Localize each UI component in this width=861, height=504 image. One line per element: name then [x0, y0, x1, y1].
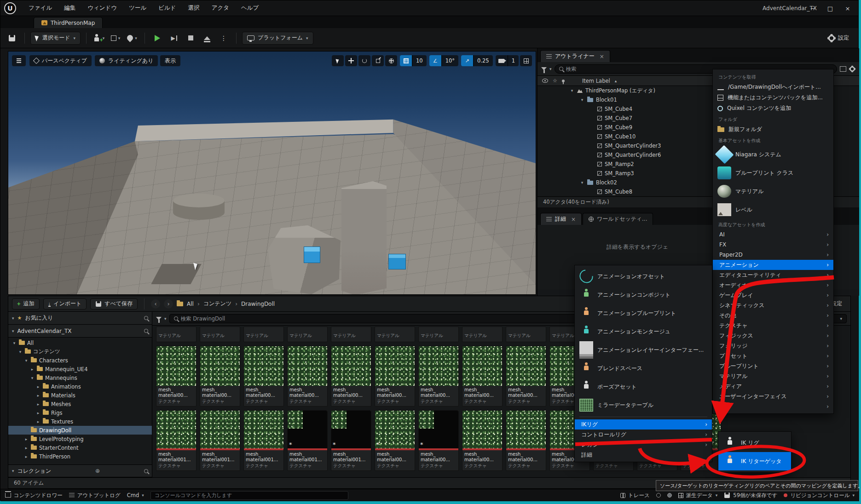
expand-arrow-icon[interactable]: ▸: [36, 393, 40, 398]
output-log-button[interactable]: アウトプットログ: [69, 492, 121, 499]
menu-item[interactable]: ユーザーインターフェイス›: [713, 391, 833, 401]
scale-snap-icon[interactable]: ↗: [461, 55, 473, 66]
camera-speed-value[interactable]: 1: [508, 55, 519, 66]
tab-world-settings[interactable]: ワールドセッティ...: [583, 213, 653, 225]
expand-arrow-icon[interactable]: ▸: [30, 367, 35, 372]
asset-tile-partial[interactable]: マテリアル: [375, 326, 415, 342]
favorite-column-icon[interactable]: ☆: [553, 78, 557, 84]
close-icon[interactable]: ×: [600, 53, 604, 60]
viewport-3d[interactable]: パースペクティブ ライティングあり 表示 10 ∠: [8, 51, 536, 295]
tree-item[interactable]: ▸Meshes: [8, 400, 152, 408]
menubar-item[interactable]: 編集: [58, 0, 81, 16]
expand-arrow-icon[interactable]: ▸: [24, 437, 29, 441]
expand-arrow-icon[interactable]: ▾: [570, 88, 574, 93]
status-indicator-icon[interactable]: [667, 493, 672, 498]
asset-tile[interactable]: mesh_ material00...テクスチャ: [375, 346, 415, 407]
menu-item[interactable]: アニメーションオフセット: [575, 267, 712, 286]
revision-control-button[interactable]: リビジョンコントロール ▾: [784, 492, 855, 499]
menu-item[interactable]: メディア›: [713, 381, 833, 391]
rotation-snap-control[interactable]: ∠ 10°: [429, 55, 458, 66]
tree-item[interactable]: DrawingDoll: [8, 426, 152, 435]
camera-speed-control[interactable]: 1: [496, 55, 519, 66]
world-space-button[interactable]: [385, 55, 397, 66]
expand-arrow-icon[interactable]: ▾: [24, 358, 29, 363]
tab-details[interactable]: 詳細 ×: [540, 213, 582, 225]
play-button[interactable]: [150, 31, 164, 45]
expand-arrow-icon[interactable]: ▸: [36, 384, 40, 389]
grid-snap-value[interactable]: 10: [412, 55, 427, 66]
menubar-item[interactable]: ウィンドウ: [81, 0, 123, 16]
add-collection-icon[interactable]: ⊕: [95, 468, 100, 474]
menu-item[interactable]: 新規フォルダ: [713, 124, 833, 135]
tab-outliner[interactable]: アウトライナー ×: [540, 50, 610, 62]
maximize-button[interactable]: □: [822, 2, 838, 14]
save-all-button[interactable]: すべて保存: [90, 298, 138, 309]
breadcrumb-content[interactable]: コンテンツ: [203, 300, 231, 308]
back-button[interactable]: ‹: [151, 299, 160, 309]
filter-icon[interactable]: [541, 67, 547, 70]
menubar-item[interactable]: ビルド: [152, 0, 182, 16]
asset-tile[interactable]: mesh_ material00...テクスチャ: [462, 346, 503, 407]
asset-tile[interactable]: mesh_ material00...テクスチャ: [287, 346, 328, 407]
expand-arrow-icon[interactable]: ▾: [580, 97, 584, 102]
menu-item[interactable]: アニメーションコンポジット: [575, 286, 712, 304]
menubar-item[interactable]: アクタ: [206, 0, 235, 16]
menu-item[interactable]: プリセット›: [713, 351, 833, 361]
tree-item[interactable]: ▸Textures: [8, 417, 152, 426]
menubar-item[interactable]: 選択: [182, 0, 206, 16]
tree-item[interactable]: ▾Characters: [8, 356, 152, 365]
eject-button[interactable]: [200, 31, 214, 45]
search-icon[interactable]: [144, 316, 148, 320]
expand-arrow-icon[interactable]: ▾: [580, 180, 584, 185]
tab-thirdpersonmap[interactable]: ThirdPersonMap: [34, 17, 103, 28]
asset-tile[interactable]: *mesh_ material001...テクスチャ: [287, 410, 328, 471]
add-button[interactable]: + 追加: [12, 298, 40, 309]
menu-item[interactable]: フォリッジ›: [713, 341, 833, 351]
add-actor-dropdown[interactable]: + ▾: [92, 31, 106, 45]
expand-arrow-icon[interactable]: ▾: [30, 376, 35, 380]
close-button[interactable]: ×: [840, 2, 855, 14]
scale-snap-value[interactable]: 0.25: [473, 55, 493, 66]
asset-tile-partial[interactable]: マテリアル: [331, 326, 371, 342]
unreal-logo-icon[interactable]: U: [4, 2, 16, 14]
import-button[interactable]: ↓ インポート: [43, 298, 87, 309]
asset-tile[interactable]: mesh_ material00...テクスチャ: [156, 346, 196, 407]
asset-tile-partial[interactable]: マテリアル: [462, 326, 503, 342]
asset-tile[interactable]: *mesh_ material001...テクスチャ: [331, 410, 371, 471]
menu-item[interactable]: オーディオ›: [713, 280, 833, 290]
expand-arrow-icon[interactable]: ▸: [24, 454, 29, 459]
scale-snap-control[interactable]: ↗ 0.25: [461, 55, 493, 66]
tree-item[interactable]: ▸Mannequin_UE4: [8, 365, 152, 373]
show-dropdown[interactable]: 表示: [160, 55, 180, 66]
cmd-dropdown[interactable]: Cmd ▾: [127, 492, 144, 498]
collections-section[interactable]: ▾ コレクション ⊕: [8, 464, 152, 477]
asset-tile-partial[interactable]: マテリアル: [200, 326, 240, 342]
move-tool-button[interactable]: [345, 55, 357, 66]
menu-item[interactable]: IKリグ›: [575, 419, 712, 430]
rotation-snap-icon[interactable]: ∠: [429, 55, 441, 66]
menu-item[interactable]: /Game/DrawingDollへインポート...: [713, 82, 833, 92]
menu-item[interactable]: FX›: [713, 240, 833, 250]
sequencer-dropdown[interactable]: ▾: [125, 31, 139, 45]
asset-tile[interactable]: mesh_ material00...テクスチャ: [243, 346, 284, 407]
expand-arrow-icon[interactable]: ▸: [36, 402, 40, 407]
menu-item[interactable]: アニメーションレイヤーインターフェー...: [575, 341, 712, 359]
maximize-viewport-button[interactable]: [520, 55, 532, 66]
asset-tile[interactable]: mesh_ material001...テクスチャ: [156, 410, 196, 471]
save-button[interactable]: [5, 31, 19, 45]
menubar-item[interactable]: ファイル: [23, 0, 58, 16]
perspective-dropdown[interactable]: パースペクティブ: [29, 55, 92, 66]
asset-tile[interactable]: mesh_ material001...テクスチャ: [243, 410, 284, 471]
tree-item[interactable]: ▾All: [8, 338, 152, 347]
menu-item[interactable]: ゲームプレイ›: [713, 290, 833, 300]
item-label-header[interactable]: Item Label: [582, 78, 610, 84]
scale-tool-button[interactable]: [372, 55, 384, 66]
asset-tile[interactable]: mesh_ material00...テクスチャ: [506, 410, 546, 471]
menu-item[interactable]: アニメーションモンタージュ: [575, 322, 712, 341]
asset-tile-partial[interactable]: マテリアル: [156, 326, 196, 342]
menu-item[interactable]: Quixel コンテンツを追加: [713, 103, 833, 114]
asset-tile-partial[interactable]: マテリアル: [418, 326, 459, 342]
menu-item[interactable]: ブループリント クラス: [713, 164, 833, 182]
menu-item[interactable]: アニメーションブループリント: [575, 304, 712, 322]
expand-arrow-icon[interactable]: ▸: [24, 446, 29, 450]
